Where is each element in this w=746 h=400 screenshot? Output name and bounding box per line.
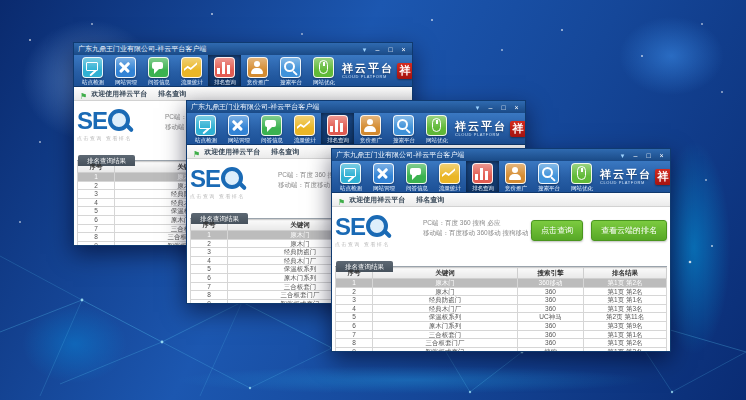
title-bar: 广东九鼎王门业有限公司-祥云平台客户端 ▾ – □ × [74, 43, 412, 55]
toolbar-item-label: 排名查询 [326, 137, 348, 143]
table-body: 1原木门360移动第1页 第2名2原木门360第1页 第2名3经典防盗门360第… [336, 279, 667, 353]
skin-icon[interactable]: ▾ [360, 45, 369, 54]
column-header: 关键词 [372, 268, 517, 279]
toolbar-item-site-manage[interactable]: 网站管理 [222, 113, 255, 144]
toolbar-item-rank-query[interactable]: 排名查询 [208, 55, 241, 86]
toolbar-item-site-manage[interactable]: 网站管理 [367, 161, 400, 192]
message-info-icon [261, 115, 282, 136]
toolbar-item-label: 问答信息 [260, 137, 282, 143]
cell-result: 第2页 第11名 [584, 313, 667, 322]
cell-num: 1 [336, 279, 373, 288]
page-title: 排名查询 [158, 89, 186, 99]
welcome-text: 欢迎使用祥云平台 [204, 147, 260, 157]
cell-num: 8 [191, 291, 228, 300]
maximize-button[interactable]: □ [386, 45, 395, 54]
cell-engine: 360 [517, 304, 583, 313]
maximize-button[interactable]: □ [644, 151, 653, 160]
toolbar-item-traffic-stats[interactable]: 流量统计 [175, 55, 208, 86]
toolbar-item-site-optimize[interactable]: 网站优化 [420, 113, 453, 144]
minimize-button[interactable]: – [373, 45, 382, 54]
table-row[interactable]: 8三合板套门厂360第1页 第2名 [336, 339, 667, 348]
toolbar-item-label: 流量统计 [180, 79, 202, 85]
traffic-stats-icon [439, 163, 460, 184]
welcome-bar: 欢迎使用祥云平台 排名查询 [74, 87, 412, 101]
maximize-button[interactable]: □ [499, 103, 508, 112]
brand-title: 祥云平台 [455, 121, 507, 132]
toolbar-item-label: 排名查询 [213, 79, 235, 85]
toolbar-item-label: 搜索平台 [392, 137, 414, 143]
table-row[interactable]: 7三合板套门360第1页 第1名 [336, 330, 667, 339]
query-button[interactable]: 点击查询 [531, 220, 583, 241]
cell-num: 3 [191, 248, 228, 257]
toolbar-item-search-platform[interactable]: 搜索平台 [387, 113, 420, 144]
cell-result: 第3页 第9名 [584, 321, 667, 330]
toolbar-item-message-info[interactable]: 问答信息 [142, 55, 175, 86]
cloud-rank-button[interactable]: 查看云端的排名 [591, 220, 667, 241]
toolbar-item-label: 竞价推广 [359, 137, 381, 143]
title-bar: 广东九鼎王门业有限公司-祥云平台客户端 ▾ – □ × [332, 149, 670, 161]
welcome-text: 欢迎使用祥云平台 [91, 89, 147, 99]
skin-icon[interactable]: ▾ [618, 151, 627, 160]
table-row[interactable]: 5保温板系列UC神马第2页 第11名 [336, 313, 667, 322]
table-row[interactable]: 1原木门360移动第1页 第2名 [336, 279, 667, 288]
engine-list: PC端：百度 360 搜狗 必应 移动端：百度移动 360移动 搜狗移动 UC神… [421, 213, 531, 237]
toolbar-item-label: 流量统计 [438, 185, 460, 191]
toolbar-item-site-optimize[interactable]: 网站优化 [565, 161, 598, 192]
close-button[interactable]: × [399, 45, 408, 54]
cell-result: 第1页 第2名 [584, 347, 667, 352]
tab-rank-results[interactable]: 排名查询结果 [191, 213, 248, 224]
toolbar-item-message-info[interactable]: 问答信息 [400, 161, 433, 192]
toolbar-item-site-manage[interactable]: 网站管理 [109, 55, 142, 86]
toolbar-item-rank-query[interactable]: 排名查询 [321, 113, 354, 144]
close-button[interactable]: × [657, 151, 666, 160]
toolbar-item-traffic-stats[interactable]: 流量统计 [288, 113, 321, 144]
toolbar-item-site-monitor[interactable]: 站点检测 [334, 161, 367, 192]
brand-logo: 祥云平台 CLOUD PLATFORM 祥 [598, 161, 671, 192]
toolbar-item-bid-promotion[interactable]: 竞价推广 [499, 161, 532, 192]
site-manage-icon [228, 115, 249, 136]
toolbar-item-search-platform[interactable]: 搜索平台 [274, 55, 307, 86]
brand-text: 祥云平台 CLOUD PLATFORM [455, 121, 507, 137]
toolbar-item-label: 问答信息 [405, 185, 427, 191]
toolbar-item-bid-promotion[interactable]: 竞价推广 [241, 55, 274, 86]
table-row[interactable]: 3经典防盗门360第1页 第1名 [336, 296, 667, 305]
minimize-button[interactable]: – [631, 151, 640, 160]
welcome-bar: 欢迎使用祥云平台 排名查询 [332, 193, 670, 207]
table-row[interactable]: 9智能板式套门搜狗第1页 第2名 [336, 347, 667, 352]
site-manage-icon [373, 163, 394, 184]
column-header: 搜索引擎 [517, 268, 583, 279]
tab-rank-results[interactable]: 排名查询结果 [78, 155, 135, 166]
cell-num: 9 [336, 347, 373, 352]
close-button[interactable]: × [512, 103, 521, 112]
cell-num: 2 [336, 287, 373, 296]
toolbar-item-site-monitor[interactable]: 站点检测 [189, 113, 222, 144]
cell-num: 7 [78, 224, 115, 233]
seo-caption: 点击查询 查看排名 [190, 193, 276, 199]
site-optimize-icon [313, 57, 334, 78]
column-header: 排名结果 [584, 268, 667, 279]
toolbar-item-label: 竞价推广 [504, 185, 526, 191]
skin-icon[interactable]: ▾ [473, 103, 482, 112]
toolbar-item-traffic-stats[interactable]: 流量统计 [433, 161, 466, 192]
message-info-icon [148, 57, 169, 78]
query-panel: SE 点击查询 查看排名 PC端：百度 360 搜狗 必应 移动端：百度移动 3… [335, 207, 667, 253]
table-row[interactable]: 6原木门系列360第3页 第9名 [336, 321, 667, 330]
toolbar-item-site-optimize[interactable]: 网站优化 [307, 55, 340, 86]
brand-seal-icon: 祥 [655, 169, 671, 185]
seo-logo-text: SE [190, 165, 220, 192]
tab-rank-results[interactable]: 排名查询结果 [336, 261, 393, 272]
magnifier-icon [221, 167, 243, 189]
toolbar-item-label: 站点检测 [339, 185, 361, 191]
rank-query-icon [472, 163, 493, 184]
bid-promotion-icon [247, 57, 268, 78]
toolbar-item-search-platform[interactable]: 搜索平台 [532, 161, 565, 192]
table-row[interactable]: 2原木门360第1页 第2名 [336, 287, 667, 296]
toolbar-item-rank-query[interactable]: 排名查询 [466, 161, 499, 192]
cell-num: 3 [78, 190, 115, 199]
toolbar-item-bid-promotion[interactable]: 竞价推广 [354, 113, 387, 144]
toolbar-item-message-info[interactable]: 问答信息 [255, 113, 288, 144]
toolbar-item-site-monitor[interactable]: 站点检测 [76, 55, 109, 86]
minimize-button[interactable]: – [486, 103, 495, 112]
toolbar: 站点检测网站管理问答信息流量统计排名查询竞价推广搜索平台网站优化 祥云平台 CL… [187, 113, 525, 145]
table-row[interactable]: 4经典木门厂360第1页 第3名 [336, 304, 667, 313]
